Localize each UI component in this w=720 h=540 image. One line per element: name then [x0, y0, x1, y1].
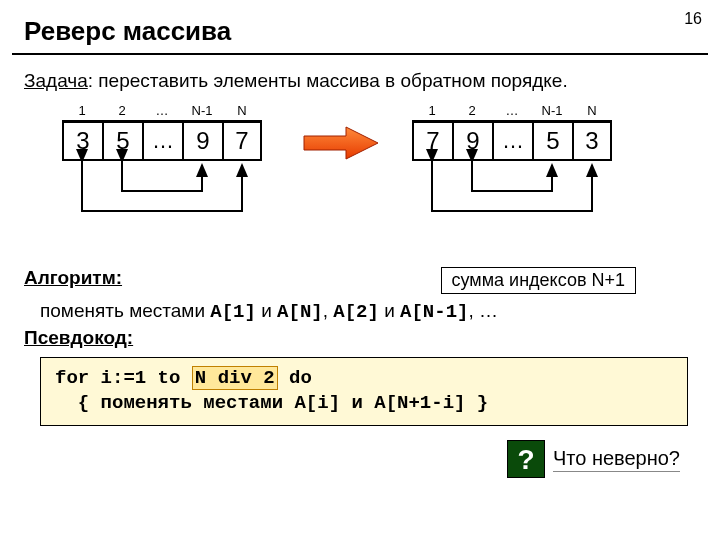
code-line-2: { поменять местами A[i] и A[N+1-i] }: [55, 391, 673, 417]
algorithm-text: поменять местами A[1] и A[N], A[2] и A[N…: [0, 300, 720, 327]
idx-cell: N: [572, 103, 612, 121]
title-divider: [12, 53, 708, 55]
val-cell: …: [492, 121, 532, 161]
idx-cell: …: [492, 103, 532, 121]
val-cell: …: [142, 121, 182, 161]
code-block: for i:=1 to N div 2 do { поменять местам…: [40, 357, 688, 426]
idx-cell: 1: [62, 103, 102, 121]
idx-cell: 2: [452, 103, 492, 121]
question-text: Что неверно?: [553, 447, 680, 472]
array-left: 1 2 … N-1 N 3 5 … 9 7: [62, 103, 262, 161]
val-cell: 9: [452, 121, 492, 161]
question-row: ? Что неверно?: [0, 426, 720, 478]
sum-caption: сумма индексов N+1: [441, 267, 636, 294]
task-body: : переставить элементы массива в обратно…: [88, 70, 568, 91]
val-cell: 9: [182, 121, 222, 161]
idx-cell: 2: [102, 103, 142, 121]
arrow-right-icon: [302, 125, 380, 165]
svg-marker-0: [304, 127, 378, 159]
idx-cell: N-1: [182, 103, 222, 121]
val-cell: 3: [572, 121, 612, 161]
task-text: Задача: переставить элементы массива в о…: [0, 69, 720, 103]
val-cell: 7: [222, 121, 262, 161]
val-cell: 7: [412, 121, 452, 161]
idx-cell: N-1: [532, 103, 572, 121]
val-cell: 3: [62, 121, 102, 161]
algorithm-label: Алгоритм:: [24, 267, 122, 289]
idx-cell: …: [142, 103, 182, 121]
pseudocode-label: Псевдокод:: [0, 327, 720, 353]
highlight-ndiv2: N div 2: [192, 366, 278, 390]
question-mark-icon: ?: [507, 440, 545, 478]
arrays-diagram: 1 2 … N-1 N 3 5 … 9 7 1 2 …: [24, 103, 696, 263]
task-label: Задача: [24, 70, 88, 91]
idx-cell: N: [222, 103, 262, 121]
val-cell: 5: [102, 121, 142, 161]
page-number: 16: [684, 10, 702, 28]
val-cell: 5: [532, 121, 572, 161]
code-line-1: for i:=1 to N div 2 do: [55, 366, 673, 392]
slide-title: Реверс массива: [0, 0, 720, 53]
array-right: 1 2 … N-1 N 7 9 … 5 3: [412, 103, 612, 161]
idx-cell: 1: [412, 103, 452, 121]
